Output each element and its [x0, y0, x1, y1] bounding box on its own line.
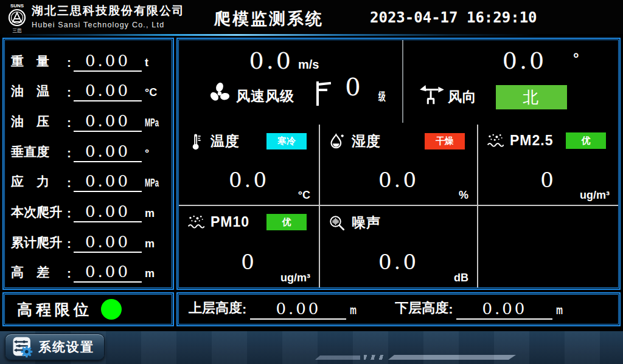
- measure-value: 0.00: [74, 233, 142, 253]
- wind-level-unit: 级: [378, 89, 386, 105]
- company-name-en: Hubei Sansi Technology Co., Ltd: [32, 21, 185, 29]
- fan-icon: [208, 81, 231, 105]
- sensor-name: 湿度: [352, 132, 381, 151]
- sensor-cell-noise: 噪声 0.0 dB: [320, 206, 478, 287]
- measure-unit: m: [145, 207, 167, 222]
- wind-speed-value: 0.0m/s: [199, 47, 369, 74]
- measure-value: 0.00: [74, 81, 142, 101]
- sensor-unit: %: [459, 189, 468, 202]
- sensor-cell-pm10: PM10 优 0 ug/m³: [179, 206, 320, 287]
- measure-row-oil-pressure: 油 压: 0.00 MPa: [11, 104, 167, 132]
- wind-vane-icon: [419, 84, 444, 106]
- measure-label: 本次爬升: [11, 204, 67, 222]
- sensor-unit: °C: [298, 189, 310, 202]
- sensor-cell-humidity: 湿度 干燥 0.0 %: [320, 125, 478, 206]
- upper-height-unit: m: [350, 303, 357, 317]
- measure-label: 重 量: [11, 53, 67, 72]
- elevation-limit-indicator: [101, 299, 122, 320]
- wind-direction-unit: °: [573, 50, 579, 67]
- measure-label: 高 差: [11, 264, 67, 283]
- sensor-unit: ug/m³: [280, 272, 310, 284]
- status-badge: 优: [266, 214, 307, 230]
- lower-height-unit: m: [556, 303, 563, 317]
- measure-row-oil-temp: 油 温: 0.00 °C: [11, 74, 167, 101]
- company-block: 湖北三思科技股份有限公司 Hubei Sansi Technology Co.,…: [32, 3, 185, 29]
- measure-label: 油 温: [11, 83, 67, 101]
- sensor-unit: dB: [454, 272, 468, 284]
- measure-unit: m: [145, 238, 167, 253]
- sensor-unit: ug/m³: [580, 189, 610, 202]
- measure-value: 0.00: [74, 52, 142, 72]
- noise-icon: [329, 215, 346, 232]
- sensor-value: 0: [179, 250, 319, 274]
- measure-label: 油 压: [11, 113, 67, 132]
- measure-row-verticality: 垂直度: 0.00 °: [11, 134, 167, 162]
- elevation-limit-panel: 高程限位: [2, 292, 174, 326]
- status-badge: 优: [566, 132, 606, 149]
- lower-height-value: 0.00: [456, 300, 552, 320]
- lower-height-field: 下层高度: 0.00 m: [395, 299, 567, 320]
- sensor-name: 温度: [211, 132, 240, 151]
- monitor-screen: SUNS 三思 湖北三思科技股份有限公司 Hubei Sansi Technol…: [0, 0, 623, 364]
- measure-value: 0.00: [74, 263, 142, 283]
- environment-panel: 0.0m/s 风速风级 0 级 0.0 °: [176, 38, 621, 290]
- wind-section-divider: [402, 40, 403, 123]
- pm25-icon: [487, 132, 504, 149]
- measure-row-weight: 重 量: 0.00 t: [11, 44, 167, 72]
- pm10-icon: [187, 213, 204, 230]
- measure-row-stress: 应 力: 0.00 MPa: [11, 164, 167, 192]
- settings-button-label: 系统设置: [38, 338, 94, 355]
- status-badge: 寒冷: [266, 133, 307, 149]
- sensor-name: PM2.5: [510, 132, 553, 149]
- wind-speed-label: 风速风级: [236, 87, 294, 106]
- measure-value: 0.00: [74, 112, 142, 132]
- wind-direction-label: 风向: [448, 88, 477, 106]
- layer-heights-panel: 上层高度: 0.00 m 下层高度: 0.00 m: [176, 292, 621, 326]
- footer-stripe-slashes: [364, 355, 387, 360]
- settings-icon: [12, 336, 33, 358]
- system-settings-button[interactable]: 系统设置: [5, 334, 105, 360]
- footer-stripe: [388, 355, 516, 360]
- sensor-value: 0.0: [320, 250, 477, 274]
- measure-unit: t: [145, 57, 167, 72]
- suns-logo-icon: SUNS 三思: [5, 2, 29, 33]
- wind-direction-value: 0.0: [464, 47, 585, 74]
- measurements-panel: 重 量: 0.00 t 油 温: 0.00 °C 油 压: 0.00 MPa 垂…: [2, 38, 174, 290]
- sensor-cell-temperature: 温度 寒冷 0.0 °C: [179, 125, 320, 206]
- lower-height-label: 下层高度: [395, 299, 448, 320]
- logo-top-text: SUNS: [10, 3, 24, 9]
- sensor-name: 噪声: [352, 213, 381, 232]
- footer-stripe: [315, 355, 360, 360]
- elevation-limit-label: 高程限位: [17, 300, 92, 320]
- sensor-name: PM10: [211, 214, 249, 230]
- measure-unit: MPa: [145, 177, 159, 190]
- logo-bottom-text: 三思: [13, 28, 23, 33]
- header-accent-line: [0, 34, 623, 36]
- wind-direction-display: 北: [496, 85, 567, 109]
- sensor-cell-empty: [478, 206, 618, 287]
- datetime-display: 2023-04-17 16:29:10: [370, 9, 537, 26]
- measure-label: 应 力: [11, 173, 67, 192]
- measure-unit: °: [145, 147, 167, 162]
- measure-label: 垂直度: [11, 143, 67, 162]
- page-title: 爬模监测系统: [214, 8, 324, 30]
- upper-height-value: 0.00: [250, 300, 346, 320]
- sensor-grid: 温度 寒冷 0.0 °C 湿度 干燥 0.0 %: [179, 125, 618, 287]
- measure-row-height-diff: 高 差: 0.00 m: [11, 255, 167, 283]
- upper-height-field: 上层高度: 0.00 m: [189, 299, 361, 320]
- measure-unit: °C: [145, 86, 167, 101]
- measure-value: 0.00: [74, 172, 142, 192]
- upper-height-label: 上层高度: [189, 299, 242, 320]
- status-badge: 干燥: [425, 133, 465, 149]
- measure-row-total-climb: 累计爬升: 0.00 m: [11, 225, 167, 253]
- humidity-icon: [329, 133, 346, 150]
- measure-value: 0.00: [74, 202, 142, 222]
- wind-level-value: 0: [333, 73, 375, 101]
- wind-level-flag-icon: [315, 80, 331, 106]
- wind-speed-unit: m/s: [298, 58, 319, 71]
- measure-row-current-climb: 本次爬升: 0.00 m: [11, 194, 167, 222]
- measure-unit: m: [145, 267, 167, 283]
- measure-label: 累计爬升: [11, 234, 67, 253]
- header: SUNS 三思 湖北三思科技股份有限公司 Hubei Sansi Technol…: [0, 0, 623, 34]
- measure-value: 0.00: [74, 142, 142, 162]
